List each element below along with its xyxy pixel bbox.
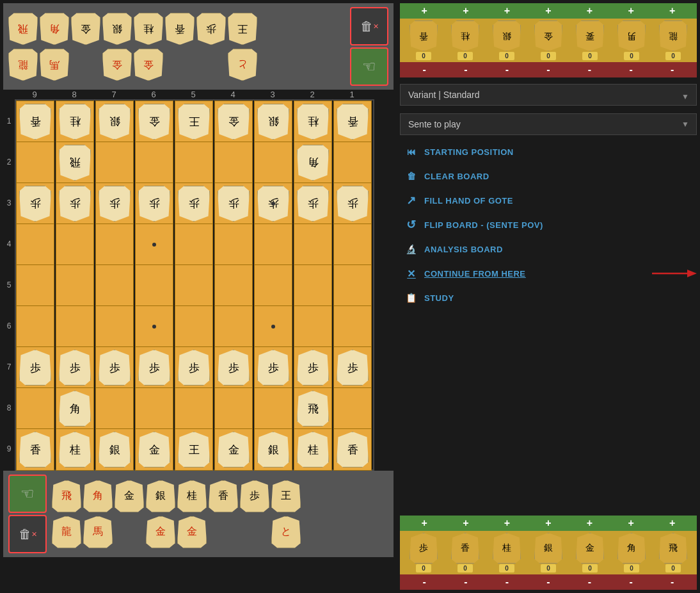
cell-3-9[interactable]: 銀: [254, 428, 292, 471]
picker-sente-plus-5[interactable]: +: [587, 517, 593, 529]
gote-piece-kin[interactable]: 金: [71, 13, 100, 45]
variant-select[interactable]: Variant | Standard Variant | Minishogi V…: [400, 84, 697, 106]
cell-6-3[interactable]: 歩: [135, 183, 173, 225]
cell-2-9[interactable]: 桂: [294, 428, 332, 471]
gote-piece-ou[interactable]: 王: [228, 13, 257, 45]
picker-gote-minus-4[interactable]: -: [546, 64, 550, 76]
cell-5-9[interactable]: 王: [175, 428, 213, 471]
sente-piece-fu[interactable]: 歩: [240, 480, 269, 512]
cell-6-9[interactable]: 金: [135, 428, 173, 471]
cell-8-1[interactable]: 桂: [56, 101, 94, 143]
sente-piece-kyosha[interactable]: 香: [209, 480, 238, 512]
cell-1-9[interactable]: 香: [333, 428, 372, 471]
sente-piece-ryu[interactable]: 龍: [52, 516, 81, 548]
gote-piece-to[interactable]: と: [228, 49, 257, 81]
cell-9-4[interactable]: [16, 223, 54, 266]
cell-6-6[interactable]: [135, 305, 173, 348]
cell-1-4[interactable]: [333, 223, 372, 266]
cell-9-3[interactable]: 歩: [16, 183, 54, 225]
cell-7-1[interactable]: 銀: [95, 101, 134, 143]
picker-gote-plus-6[interactable]: +: [628, 5, 633, 17]
picker-sente-plus-2[interactable]: +: [463, 517, 468, 529]
cell-5-6[interactable]: [175, 305, 213, 348]
cell-1-1[interactable]: 香: [333, 101, 372, 143]
cell-7-6[interactable]: [95, 305, 134, 348]
sente-piece-to[interactable]: と: [271, 516, 301, 548]
sente-piece-kaku[interactable]: 角: [83, 480, 113, 512]
cell-9-5[interactable]: [16, 264, 54, 307]
sente-piece-ro[interactable]: 馬: [83, 516, 113, 548]
action-starting-position[interactable]: ⏮ STARTING POSITION: [400, 140, 697, 163]
gote-piece-fu[interactable]: 歩: [196, 13, 226, 45]
cell-7-4[interactable]: [95, 223, 134, 266]
cell-1-2[interactable]: [333, 142, 372, 184]
cell-5-7[interactable]: 歩: [175, 346, 213, 389]
cell-8-9[interactable]: 桂: [56, 428, 94, 471]
sente-piece-ou[interactable]: 王: [271, 480, 301, 512]
gote-piece-keima[interactable]: 桂: [134, 13, 163, 45]
cell-1-7[interactable]: 歩: [333, 346, 372, 389]
cell-6-2[interactable]: [135, 142, 173, 184]
picker-gote-minus-7[interactable]: -: [671, 64, 674, 76]
delete-button-bottom[interactable]: 🗑✕: [8, 515, 47, 553]
picker-sente-plus-4[interactable]: +: [545, 517, 551, 529]
cell-3-8[interactable]: [254, 387, 292, 430]
cell-6-5[interactable]: [135, 264, 173, 307]
cell-8-5[interactable]: [56, 264, 94, 307]
cell-9-2[interactable]: [16, 142, 54, 184]
cell-3-1[interactable]: 銀: [254, 101, 292, 143]
picker-sente-plus-6[interactable]: +: [628, 517, 633, 529]
picker-sente-plus-1[interactable]: +: [422, 517, 427, 529]
cell-4-6[interactable]: [214, 305, 253, 348]
action-analysis-board[interactable]: 🔬 ANALYSIS BOARD: [400, 238, 697, 261]
picker-gote-minus-6[interactable]: -: [629, 64, 632, 76]
cell-7-2[interactable]: [95, 142, 134, 184]
cell-5-8[interactable]: [175, 387, 213, 430]
cell-9-9[interactable]: 香: [16, 428, 54, 471]
picker-gote-minus-1[interactable]: -: [423, 64, 426, 76]
cell-2-3[interactable]: 歩: [294, 183, 332, 225]
cell-1-8[interactable]: [333, 387, 372, 430]
side-select-wrapper[interactable]: Sente to play Gote to play: [400, 113, 697, 135]
action-fill-hand-gote[interactable]: ↗ FILL HAND OF GOTE: [400, 189, 697, 212]
cell-2-1[interactable]: 桂: [294, 101, 332, 143]
cell-2-7[interactable]: 歩: [294, 346, 332, 389]
cell-4-5[interactable]: [214, 264, 253, 307]
hand-button-bottom[interactable]: ☜: [8, 475, 47, 513]
side-select[interactable]: Sente to play Gote to play: [400, 113, 697, 135]
cell-8-8[interactable]: 角: [56, 387, 94, 430]
gote-piece-narikoku[interactable]: 金: [102, 49, 132, 81]
cell-9-7[interactable]: 歩: [16, 346, 54, 389]
picker-sente-minus-3[interactable]: -: [505, 576, 509, 588]
hand-button-top[interactable]: ☜: [350, 47, 388, 86]
action-flip-board[interactable]: ↺ FLIP BOARD - (SENTE POV): [400, 213, 697, 236]
picker-gote-minus-2[interactable]: -: [464, 64, 467, 76]
cell-2-2[interactable]: 角: [294, 142, 332, 184]
gote-piece-gin[interactable]: 銀: [102, 13, 132, 45]
cell-9-8[interactable]: [16, 387, 54, 430]
picker-gote-minus-5[interactable]: -: [588, 64, 591, 76]
gote-piece-narikoku2[interactable]: 金: [134, 49, 163, 81]
cell-9-1[interactable]: 香: [16, 101, 54, 143]
cell-4-1[interactable]: 金: [214, 101, 253, 143]
cell-1-3[interactable]: 歩: [333, 183, 372, 225]
gote-piece-hisha[interactable]: 飛: [8, 13, 38, 45]
picker-sente-plus-3[interactable]: +: [504, 517, 510, 529]
cell-2-5[interactable]: [294, 264, 332, 307]
cell-8-2[interactable]: 飛: [56, 142, 94, 184]
cell-7-8[interactable]: [95, 387, 134, 430]
cell-6-1[interactable]: 金: [135, 101, 173, 143]
picker-gote-plus-5[interactable]: +: [587, 5, 593, 17]
cell-8-7[interactable]: 歩: [56, 346, 94, 389]
picker-sente-minus-4[interactable]: -: [546, 576, 550, 588]
picker-gote-plus-1[interactable]: +: [422, 5, 427, 17]
shogi-board[interactable]: 香 桂 銀 金 王 金 銀 桂 香 飛 角 歩: [15, 99, 374, 471]
cell-1-6[interactable]: [333, 305, 372, 348]
cell-3-6[interactable]: [254, 305, 292, 348]
cell-5-4[interactable]: [175, 223, 213, 266]
cell-7-5[interactable]: [95, 264, 134, 307]
cell-5-2[interactable]: [175, 142, 213, 184]
picker-sente-minus-1[interactable]: -: [423, 576, 426, 588]
cell-4-7[interactable]: 歩: [214, 346, 253, 389]
cell-2-6[interactable]: [294, 305, 332, 348]
